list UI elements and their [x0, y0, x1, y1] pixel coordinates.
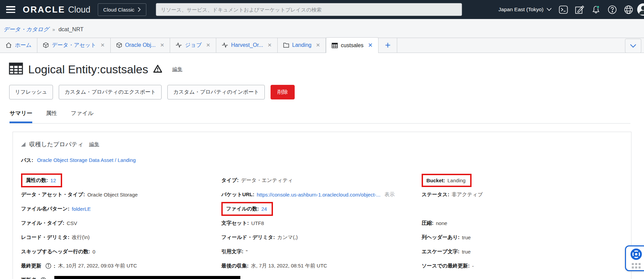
- tab-overflow-button[interactable]: [625, 39, 641, 53]
- edit-icon[interactable]: [572, 2, 587, 17]
- global-search-input[interactable]: [156, 3, 462, 16]
- path-row: パス: Oracle Object Storage Data Asset / L…: [21, 157, 623, 164]
- logical-entity-table-icon: [9, 62, 23, 76]
- harvested-properties-panel: 収穫したプロパティ 編集 パス: Oracle Object Storage D…: [13, 132, 631, 279]
- tab-label: custsales: [341, 42, 364, 49]
- highlight-box: Bucket: Landing: [422, 174, 472, 187]
- import-custom-properties-button[interactable]: カスタム・プロパティのインポート: [167, 85, 265, 99]
- topbar-icon-group: [556, 2, 644, 17]
- property-file-name-pattern: ファイル名パターン: folderLE: [21, 202, 221, 216]
- highlight-box: 属性の数: 12: [21, 173, 62, 187]
- title-edit-link[interactable]: 編集: [172, 66, 182, 73]
- chevron-down-icon: [630, 44, 636, 48]
- tab-label: Landing: [292, 42, 312, 48]
- attribute-count-link[interactable]: 12: [50, 178, 56, 183]
- tab-close-icon[interactable]: ✕: [316, 42, 320, 48]
- path-value-link[interactable]: Oracle Object Storage Data Asset / Landi…: [37, 157, 136, 163]
- export-custom-properties-button[interactable]: カスタム・プロパティのエクスポート: [59, 85, 162, 99]
- property-file-type: ファイル・タイプ: CSV: [21, 216, 221, 230]
- collapse-triangle-icon[interactable]: [21, 142, 25, 147]
- cloud-classic-button[interactable]: Cloud Classic: [98, 3, 146, 16]
- hamburger-menu-icon[interactable]: [6, 6, 15, 13]
- chevron-right-icon: [138, 7, 141, 12]
- breadcrumb-data-catalog-link[interactable]: データ・カタログ: [3, 26, 49, 33]
- info-icon[interactable]: [40, 277, 46, 279]
- panel-edit-link[interactable]: 編集: [89, 141, 99, 148]
- new-tab-button[interactable]: +: [379, 38, 397, 53]
- tab-label: Harvest_Or...: [231, 42, 263, 48]
- property-data-asset-type: データ・アセット・タイプ: Oracle Object Storage: [21, 187, 221, 202]
- tab-landing[interactable]: Landing ✕: [278, 38, 326, 53]
- panel-title: 収穫したプロパティ: [29, 140, 84, 148]
- region-label: Japan East (Tokyo): [498, 6, 544, 13]
- oracle-cloud-logo[interactable]: ORACLE Cloud: [23, 4, 90, 15]
- property-last-harvested: 最後の収集: 水, 7月 13, 2022, 08:51 午前 UTC: [221, 259, 422, 273]
- delete-button[interactable]: 削除: [271, 85, 295, 99]
- path-label: パス:: [21, 157, 33, 163]
- property-source-last-updated: ソースでの最終更新: -: [422, 259, 623, 273]
- notifications-bell-icon[interactable]: [588, 2, 603, 17]
- property-record-delimiter: レコード・デリミタ: 改行(\n): [21, 230, 221, 244]
- language-globe-icon[interactable]: [621, 2, 636, 17]
- tab-oracle-object[interactable]: Oracle Obj... ✕: [111, 38, 170, 53]
- property-bucket: Bucket: Landing: [422, 173, 623, 187]
- brand-cloud: Cloud: [68, 5, 90, 15]
- property-bucket-url: バケットURL: https://console.us-ashburn-1.or…: [221, 187, 422, 202]
- refresh-button[interactable]: リフレッシュ: [9, 85, 53, 99]
- tab-label: ホーム: [15, 42, 32, 49]
- warning-icon[interactable]: [153, 64, 162, 74]
- brand-oracle: ORACLE: [23, 4, 65, 15]
- chevron-down-icon: [547, 8, 552, 11]
- job-pulse-icon: [222, 42, 228, 48]
- table-icon: [332, 43, 338, 48]
- subtab-attributes[interactable]: 属性: [46, 110, 57, 123]
- title-row: Logical Entity:custsales 編集: [0, 53, 644, 76]
- tab-close-icon[interactable]: ✕: [368, 42, 373, 49]
- tab-home[interactable]: ホーム: [0, 38, 37, 53]
- actions-row: リフレッシュ カスタム・プロパティのエクスポート カスタム・プロパティのインポー…: [0, 76, 644, 99]
- tab-close-icon[interactable]: ✕: [160, 42, 164, 48]
- drag-handle-dots-icon[interactable]: [632, 263, 641, 268]
- life-buoy-icon: [630, 248, 642, 260]
- highlight-box: ファイルの数: 24: [221, 202, 273, 216]
- bucket-url-link[interactable]: https://console.us-ashburn-1.oraclecloud…: [257, 192, 380, 198]
- help-widget[interactable]: [625, 245, 644, 271]
- folder-icon: [283, 42, 289, 48]
- subtab-files[interactable]: ファイル: [71, 110, 94, 123]
- cloud-shell-icon[interactable]: [556, 2, 571, 17]
- redacted-value: [54, 276, 240, 279]
- topbar: ORACLE Cloud Cloud Classic Japan East (T…: [0, 0, 644, 19]
- subtab-summary[interactable]: サマリー: [10, 110, 32, 123]
- job-pulse-icon: [176, 42, 182, 48]
- cloud-classic-label: Cloud Classic: [103, 7, 134, 13]
- property-compression: 圧縮: none: [422, 216, 623, 230]
- tab-custsales[interactable]: custsales ✕: [326, 37, 379, 53]
- property-skip-header-rows: スキップするヘッダー行の数: 0: [21, 244, 221, 259]
- tab-close-icon[interactable]: ✕: [206, 42, 210, 48]
- region-selector[interactable]: Japan East (Tokyo): [498, 6, 552, 13]
- tab-close-icon[interactable]: ✕: [268, 42, 272, 48]
- avatar[interactable]: [637, 3, 644, 16]
- tab-close-icon[interactable]: ✕: [100, 42, 105, 48]
- tab-jobs[interactable]: ジョブ ✕: [170, 38, 216, 53]
- property-attribute-count: 属性の数: 12: [21, 173, 221, 187]
- file-count-link[interactable]: 24: [261, 206, 267, 212]
- subtab-divider: [10, 123, 630, 124]
- notification-dot: [596, 5, 599, 8]
- tab-label: Oracle Obj...: [125, 42, 156, 48]
- tab-data-assets[interactable]: データ・アセット ✕: [37, 38, 111, 53]
- subtabs: サマリー 属性 ファイル: [0, 99, 644, 123]
- property-status: ステータス: 非アクティブ: [422, 187, 623, 202]
- tab-harvest[interactable]: Harvest_Or... ✕: [216, 38, 278, 53]
- property-empty: [422, 202, 623, 216]
- data-asset-cube-icon: [43, 42, 49, 48]
- tab-label: データ・アセット: [52, 42, 96, 49]
- property-file-count: ファイルの数: 24: [221, 202, 422, 216]
- show-link[interactable]: 表示: [385, 191, 395, 198]
- info-icon[interactable]: [45, 263, 51, 269]
- breadcrumb-separator: »: [52, 27, 55, 32]
- file-pattern-link[interactable]: folderLE: [72, 206, 91, 212]
- tabstrip: ホーム データ・アセット ✕ Oracle Obj... ✕ ジョブ ✕ Har…: [0, 38, 644, 53]
- help-icon[interactable]: [605, 2, 620, 17]
- breadcrumb-current: dcat_NRT: [58, 26, 84, 33]
